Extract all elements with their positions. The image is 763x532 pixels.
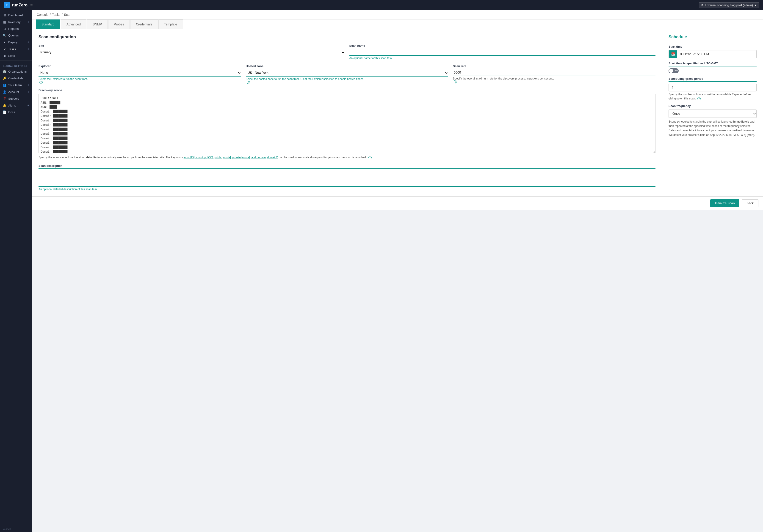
- toggle-no-label: No: [675, 69, 678, 72]
- tab-advanced[interactable]: Advanced: [61, 20, 86, 29]
- explorer-zone-rate-row: Explorer None Select the Explorer to run…: [39, 64, 655, 84]
- main-content: Console / Tasks / Scan Standard Advanced…: [32, 10, 763, 532]
- menu-icon[interactable]: ≡: [30, 3, 33, 8]
- discovery-scope-textarea[interactable]: Public:all ASN: ██████ ASN: ████ Domain …: [39, 94, 655, 153]
- grace-hint: Specify the number of hours to wait for …: [669, 92, 757, 101]
- sidebar-item-reports[interactable]: ⊟ Reports: [0, 26, 32, 32]
- site-select[interactable]: Primary: [39, 49, 345, 56]
- scan-name-field: Scan name An optional name for this scan…: [349, 44, 656, 60]
- freq-select[interactable]: Once Hourly Daily Weekly Monthly: [669, 110, 757, 118]
- account-icon: 👤: [3, 90, 6, 94]
- datetime-wrapper: 📅: [669, 50, 757, 58]
- sidebar-item-alerts[interactable]: 🔔 Alerts +: [0, 102, 32, 109]
- tab-standard[interactable]: Standard: [36, 20, 60, 29]
- organizations-icon: 🏢: [3, 70, 6, 73]
- queries-icon: 🔍: [3, 34, 6, 37]
- freq-desc: Scans scheduled to start in the past wil…: [669, 120, 757, 137]
- form-left: Scan configuration Site Primary Scan nam…: [32, 29, 662, 196]
- deploy-plus-icon[interactable]: +: [28, 40, 29, 44]
- tab-template[interactable]: Template: [159, 20, 183, 29]
- sidebar-item-your-team[interactable]: 👥 Your team +: [0, 82, 32, 88]
- sidebar-item-dashboard[interactable]: ⊞ Dashboard: [0, 12, 32, 19]
- explorer-help-icon[interactable]: ?: [40, 81, 43, 84]
- global-settings-label: GLOBAL SETTINGS: [0, 62, 32, 68]
- discovery-scope-hint: Specify the scan scope. Use the string d…: [39, 155, 655, 159]
- org-selector-text: External scanning blog post (admin): [706, 3, 753, 7]
- sidebar-item-inventory[interactable]: ▦ Inventory +: [0, 19, 32, 26]
- sidebar-item-support[interactable]: ❓ Support: [0, 95, 32, 102]
- sidebar-item-docs[interactable]: 📄 Docs: [0, 109, 32, 116]
- scope-hint-help-icon[interactable]: ?: [369, 156, 372, 159]
- sidebar-item-label: Tasks: [8, 47, 16, 51]
- sidebar-item-label: Queries: [8, 34, 19, 37]
- tab-credentials[interactable]: Credentials: [130, 20, 158, 29]
- breadcrumb-console[interactable]: Console: [37, 13, 49, 17]
- site-scanname-row: Site Primary Scan name An optional name …: [39, 44, 655, 60]
- scan-desc-hint: An optional detailed description of this…: [39, 188, 655, 191]
- datetime-input[interactable]: [677, 50, 756, 58]
- logo-icon: r: [4, 2, 10, 8]
- sites-icon: ◉: [3, 54, 6, 57]
- site-label: Site: [39, 44, 345, 47]
- hosted-zone-help-icon[interactable]: ?: [247, 81, 250, 84]
- breadcrumb-scan: Scan: [64, 13, 71, 17]
- page-body: Standard Advanced SNMP Probes Credential…: [32, 20, 763, 210]
- reports-icon: ⊟: [3, 27, 6, 31]
- app-body: ⊞ Dashboard ▦ Inventory + ⊟ Reports 🔍 Qu…: [0, 10, 763, 532]
- sidebar-item-label: Inventory: [8, 20, 20, 24]
- alerts-plus-icon[interactable]: +: [28, 104, 29, 107]
- sidebar-item-tasks[interactable]: ✓ Tasks +: [0, 45, 32, 52]
- tasks-plus-icon[interactable]: +: [28, 47, 29, 51]
- sidebar-item-organizations[interactable]: 🏢 Organizations: [0, 68, 32, 75]
- top-nav-right: 🖥 External scanning blog post (admin) ▾: [699, 2, 759, 8]
- grace-help-icon[interactable]: ?: [698, 97, 701, 100]
- hosted-zone-select[interactable]: US - New York: [246, 69, 448, 76]
- breadcrumb-tasks[interactable]: Tasks: [52, 13, 60, 17]
- your-team-plus-icon[interactable]: +: [28, 83, 29, 87]
- deploy-icon: ▲: [3, 41, 6, 44]
- explorer-label: Explorer: [39, 64, 241, 68]
- back-button[interactable]: Back: [742, 199, 758, 207]
- grace-period-field: Scheduling grace period Specify the numb…: [669, 77, 757, 101]
- discovery-scope-section: Discovery scope Public:all ASN: ██████ A…: [39, 88, 655, 159]
- sidebar-item-label: Dashboard: [8, 14, 23, 17]
- chevron-down-icon: ▾: [755, 3, 756, 7]
- scan-desc-label: Scan description: [39, 164, 655, 169]
- sidebar-item-credentials[interactable]: 🔑 Credentials: [0, 75, 32, 82]
- scan-rate-label: Scan rate: [453, 64, 655, 68]
- account-plus-icon[interactable]: +: [28, 90, 29, 94]
- initialize-scan-button[interactable]: Initialize Scan: [710, 199, 739, 207]
- scan-name-label: Scan name: [349, 44, 656, 47]
- scan-name-hint: An optional name for this scan task.: [349, 56, 656, 60]
- sidebar-item-label: Sites: [8, 54, 15, 57]
- credentials-icon: 🔑: [3, 76, 6, 80]
- sidebar-item-label: Reports: [8, 27, 19, 31]
- sidebar-item-sites[interactable]: ◉ Sites: [0, 52, 32, 59]
- breadcrumb: Console / Tasks / Scan: [32, 10, 763, 20]
- sidebar-item-account[interactable]: 👤 Account +: [0, 88, 32, 95]
- sidebar-item-queries[interactable]: 🔍 Queries: [0, 32, 32, 39]
- scan-rate-help-icon[interactable]: ?: [454, 80, 457, 83]
- scan-desc-textarea[interactable]: [39, 171, 655, 187]
- scan-rate-hint: Specify the overall maximum rate for the…: [453, 77, 655, 80]
- scan-name-input[interactable]: [349, 49, 656, 56]
- logo: r runZero: [4, 2, 28, 8]
- form-content: Scan configuration Site Primary Scan nam…: [32, 29, 763, 196]
- scan-rate-input[interactable]: [453, 69, 655, 76]
- sidebar-item-label: Docs: [8, 111, 15, 114]
- org-selector[interactable]: 🖥 External scanning blog post (admin) ▾: [699, 2, 759, 8]
- scope-hint-link-asn[interactable]: asn4:[ID], country4:[CC], public:[mode],…: [184, 156, 278, 159]
- explorer-select[interactable]: None: [39, 69, 241, 76]
- hosted-zone-label: Hosted zone: [246, 64, 448, 68]
- sidebar-item-deploy[interactable]: ▲ Deploy +: [0, 39, 32, 45]
- scan-freq-field: Scan frequency Once Hourly Daily Weekly …: [669, 104, 757, 137]
- sidebar-divider: [0, 60, 32, 61]
- grace-input[interactable]: [669, 84, 757, 91]
- tab-snmp[interactable]: SNMP: [87, 20, 108, 29]
- tab-probes[interactable]: Probes: [108, 20, 130, 29]
- top-nav: r runZero ≡ 🖥 External scanning blog pos…: [0, 0, 763, 10]
- sidebar-item-label: Support: [8, 97, 19, 100]
- inventory-plus-icon[interactable]: +: [28, 20, 29, 24]
- sidebar-item-label: Your team: [8, 83, 22, 87]
- utc-toggle[interactable]: No: [669, 68, 679, 73]
